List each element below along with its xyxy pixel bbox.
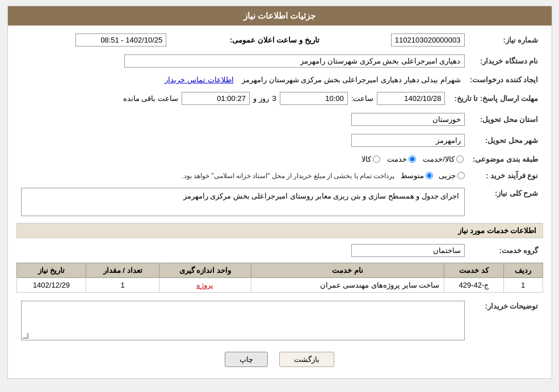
requester-value: شهرام بیدلی دهیار دهیاری امیرجراعلی بخش … (242, 75, 461, 84)
category-label: طبقه بندی موضوعی: (468, 153, 543, 166)
cell-code: ج-42-429 (444, 278, 504, 293)
process-type-row: جزیی متوسط پرداخت تمام یا بخشی از مبلغ خ… (21, 171, 465, 180)
category-goods-label: کالا (362, 155, 371, 163)
deadline-row: 1402/10/28 ساعت: 10:00 3 روز و 01:00:27 … (21, 92, 445, 105)
category-goods-service-label: کالا/خدمت (423, 155, 455, 163)
response-time-value: 10:00 (280, 92, 348, 105)
process-note: پرداخت تمام یا بخشی از مبلغ خریدار از مح… (182, 172, 394, 180)
cell-unit[interactable]: پروژه (196, 281, 213, 289)
print-button[interactable]: چاپ (225, 352, 268, 367)
buyer-notes-box (21, 301, 465, 340)
response-time-label: ساعت: (351, 94, 374, 103)
announce-datetime-label: تاریخ و ساعت اعلان عمومی: (230, 36, 320, 44)
process-type-label: نوع فرآیند خرید : (469, 169, 543, 182)
response-days-label: روز و (253, 94, 269, 103)
city-label: شهر محل تحویل: (469, 132, 543, 149)
general-desc-table: شرح کلی نیاز: اجرای جدول و همسطح سازی و … (16, 186, 543, 218)
category-goods-item: کالا (362, 155, 380, 163)
page-title: جزئیات اطلاعات نیاز (243, 11, 316, 20)
province-label: استان محل تحویل: (469, 111, 543, 128)
cell-row: 1 (503, 278, 543, 293)
col-header-name: نام خدمت (251, 263, 444, 278)
table-row: 1 ج-42-429 ساخت سایر پروژه‌های مهندسی عم… (16, 278, 543, 293)
need-number-label: شماره نیاز: (469, 31, 543, 49)
category-table: طبقه بندی موضوعی: کالا/خدمت خدمت (16, 153, 543, 166)
category-goods-service-radio[interactable] (456, 155, 464, 163)
contact-link[interactable]: اطلاعات تماس خریدار (165, 75, 233, 84)
category-goods-radio[interactable] (373, 155, 380, 163)
category-service-label: خدمت (387, 155, 407, 163)
response-remaining-label: ساعت باقی مانده (123, 94, 178, 103)
cell-date: 1402/12/29 (16, 278, 86, 293)
city-table: شهر محل تحویل: رامهرمز (16, 132, 543, 149)
process-medium-label: متوسط (401, 171, 424, 180)
col-header-code: کد خدمت (444, 263, 504, 278)
content-area: شماره نیاز: 1102103020000003 تاریخ و ساع… (8, 26, 552, 378)
top-info-table: شماره نیاز: 1102103020000003 تاریخ و ساع… (16, 31, 543, 49)
process-medium-radio[interactable] (426, 172, 433, 179)
col-header-row: ردیف (503, 263, 543, 278)
service-group-label: گروه خدمت: (469, 242, 543, 259)
buyer-org-value: دهیاری امیرجراعلی بخش مرکزی شهرستان رامه… (124, 54, 465, 68)
buyer-org-table: نام دستگاه خریدار: دهیاری امیرجراعلی بخش… (16, 52, 543, 70)
category-service-item: خدمت (387, 155, 416, 163)
response-deadline-label: مهلت ارسال پاسخ: تا تاریخ: (449, 90, 543, 107)
general-desc-label: شرح کلی نیاز: (469, 186, 543, 218)
page-header: جزئیات اطلاعات نیاز (8, 6, 552, 26)
cell-qty: 1 (86, 278, 159, 293)
province-table: استان محل تحویل: خوزستان (16, 111, 543, 128)
response-days-value: 3 (272, 94, 276, 103)
city-value: رامهرمز (351, 134, 465, 147)
process-partial-radio[interactable] (457, 172, 465, 179)
general-desc-value: اجرای جدول و همسطح سازی و بتن ریزی معابر… (183, 192, 460, 200)
announce-datetime-value: 1402/10/25 - 08:51 (75, 33, 166, 47)
category-goods-service-item: کالا/خدمت (423, 155, 464, 163)
response-date-value: 1402/10/28 (377, 92, 445, 105)
process-partial-label: جزیی (439, 171, 456, 180)
province-value: خوزستان (351, 113, 465, 126)
buttons-row: بازگشت چاپ (16, 346, 543, 373)
category-service-radio[interactable] (409, 155, 416, 163)
col-header-qty: تعداد / مقدار (86, 263, 159, 278)
buyer-org-label: نام دستگاه خریدار: (469, 52, 543, 70)
buyer-notes-label: توضیحات خریدار: (469, 298, 543, 343)
process-partial-item: جزیی (439, 171, 465, 180)
services-section-title: اطلاعات خدمات مورد نیاز (16, 223, 543, 238)
process-table: نوع فرآیند خرید : جزیی متوسط پرداخت تمام… (16, 169, 543, 182)
category-radio-group: کالا/خدمت خدمت کالا (21, 155, 464, 163)
col-header-date: تاریخ نیاز (16, 263, 86, 278)
response-remaining-value: 01:00:27 (182, 92, 250, 105)
buyer-notes-table: توضیحات خریدار: (16, 298, 543, 343)
back-button[interactable]: بازگشت (279, 352, 334, 367)
service-group-table: گروه خدمت: ساختمان (16, 242, 543, 259)
cell-name: ساخت سایر پروژه‌های مهندسی عمران (251, 278, 444, 293)
general-desc-box: اجرای جدول و همسطح سازی و بتن ریزی معابر… (21, 188, 465, 216)
col-header-unit: واحد اندازه گیری (159, 263, 251, 278)
service-group-value: ساختمان (351, 244, 465, 257)
process-medium-item: متوسط (401, 171, 433, 180)
requester-label: ایجاد کننده درخواست: (465, 73, 543, 86)
resize-handle (23, 333, 28, 339)
requester-table: ایجاد کننده درخواست: شهرام بیدلی دهیار د… (16, 73, 543, 86)
need-number-value: 1102103020000003 (391, 33, 465, 47)
page-container: جزئیات اطلاعات نیاز شماره نیاز: 11021030… (7, 6, 552, 379)
deadline-table: مهلت ارسال پاسخ: تا تاریخ: 1402/10/28 سا… (16, 90, 543, 107)
services-table: ردیف کد خدمت نام خدمت واحد اندازه گیری ت… (16, 263, 543, 293)
